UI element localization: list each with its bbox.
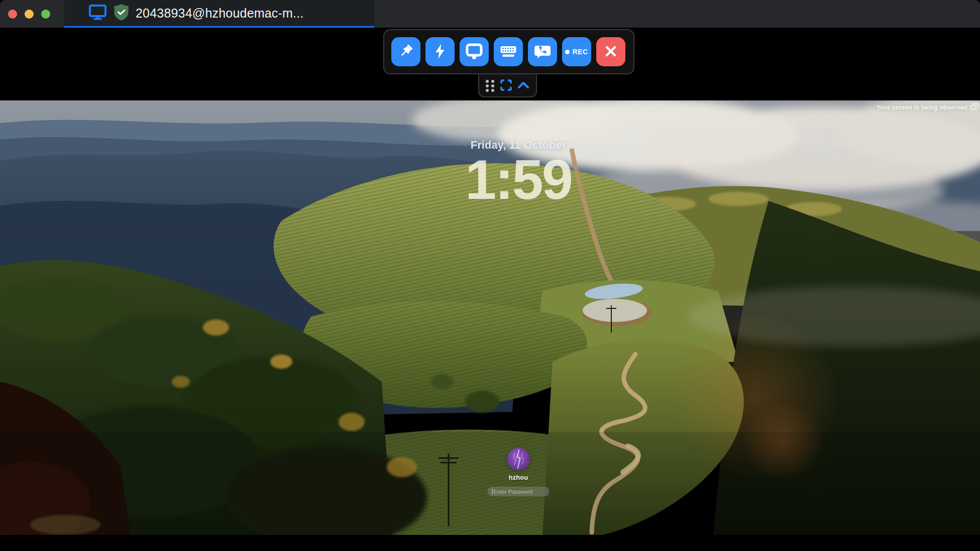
remote-screen: Your screen is being observed Friday, 11…	[0, 100, 980, 535]
observed-notice-text: Your screen is being observed	[877, 104, 967, 111]
lightning-icon	[431, 43, 449, 61]
phone-chat-icon	[533, 42, 552, 62]
observed-notice: Your screen is being observed	[877, 103, 979, 112]
monitor-icon	[88, 4, 107, 22]
voice-call-button[interactable]	[528, 37, 557, 66]
display-button[interactable]	[460, 37, 489, 66]
zoom-window-button[interactable]	[41, 10, 50, 19]
rec-label: REC	[572, 48, 588, 56]
rec-icon	[565, 50, 570, 54]
close-session-button[interactable]	[596, 37, 625, 66]
pin-button[interactable]	[391, 37, 420, 66]
chevron-up-icon[interactable]	[517, 81, 529, 91]
monitor-icon	[465, 42, 484, 62]
password-field[interactable]	[488, 487, 550, 496]
keyboard-icon	[499, 42, 518, 62]
drag-dots-icon[interactable]	[486, 80, 494, 92]
keyboard-button[interactable]	[494, 37, 523, 66]
mini-toolbar	[478, 74, 537, 97]
remote-desktop-window: 20438934@hzhoudemac-m...	[0, 0, 980, 551]
record-button[interactable]: REC	[562, 37, 591, 66]
traffic-lights	[0, 0, 64, 28]
username-label: hzhou	[509, 474, 528, 481]
minimize-window-button[interactable]	[25, 10, 34, 19]
session-stage: REC	[0, 28, 980, 551]
session-toolbar: REC	[383, 29, 634, 74]
titlebar: 20438934@hzhoudemac-m...	[0, 0, 980, 28]
performance-button[interactable]	[425, 37, 455, 66]
lockscreen-clock: Friday, 11 October 1:59	[368, 139, 669, 205]
close-window-button[interactable]	[8, 10, 17, 19]
avatar[interactable]	[507, 448, 530, 471]
screen-mirroring-icon	[970, 103, 979, 112]
text-caret	[492, 489, 493, 494]
session-tab[interactable]: 20438934@hzhoudemac-m...	[64, 0, 374, 28]
fullscreen-icon[interactable]	[500, 79, 512, 93]
password-input[interactable]	[494, 489, 545, 495]
pin-icon	[397, 43, 414, 61]
shield-check-icon	[114, 4, 129, 23]
tabbar-empty-space	[374, 0, 980, 28]
login-panel: hzhou	[488, 448, 550, 496]
tab-title: 20438934@hzhoudemac-m...	[136, 6, 304, 21]
close-icon	[603, 44, 618, 60]
lockscreen-time: 1:59	[368, 154, 669, 205]
